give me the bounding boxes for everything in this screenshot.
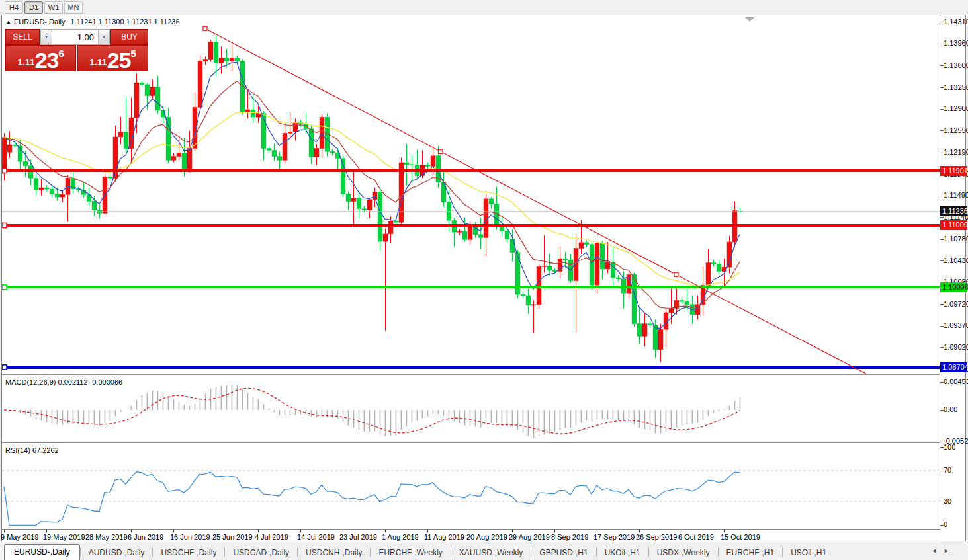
chart-tab-usdcad-daily[interactable]: USDCAD-,Daily (225, 545, 297, 560)
candle-body (537, 266, 541, 305)
candle-body (134, 83, 139, 118)
volume-increase-button[interactable]: ▲ (98, 30, 110, 44)
candle-body (531, 305, 536, 305)
hline-marker[interactable] (2, 223, 7, 227)
price-axis-label: 1.13960 (944, 39, 968, 47)
time-axis[interactable]: 9 May 201919 May 201928 May 20196 Jun 20… (2, 529, 940, 542)
chart-tab-usoil-h1[interactable]: USOil-,H1 (783, 545, 834, 560)
volume-decrease-button[interactable]: ▼ (40, 30, 52, 44)
candle-body (50, 189, 54, 194)
candle-body (658, 329, 663, 350)
chart-tab-eurchf-weekly[interactable]: EURCHF-,Weekly (371, 545, 450, 560)
hline-marker[interactable] (2, 365, 7, 370)
chart-ohlc-header: ▲EURUSD-,Daily1.11241 1.11300 1.11231 1.… (6, 18, 180, 26)
candle-body (39, 188, 44, 190)
trendline-marker[interactable] (439, 149, 443, 153)
time-axis-tick (343, 530, 343, 532)
candle-body (150, 87, 155, 96)
time-axis-label: 16 Jun 2019 (170, 533, 210, 541)
price-axis-label: 1.09370 (944, 321, 968, 329)
price-axis-label: 1.12190 (944, 148, 968, 156)
chart-shift-marker-icon[interactable] (745, 17, 754, 22)
candle-body (431, 156, 435, 167)
tf-button-w1[interactable]: W1 (44, 1, 63, 14)
tf-button-h4[interactable]: H4 (5, 1, 23, 14)
one-click-collapse-icon[interactable]: ▲ (6, 19, 11, 25)
chart-tab-eurusd-daily[interactable]: EURUSD-,Daily (4, 544, 80, 560)
candle-body (293, 122, 298, 132)
chart-tab-ukoil-h1[interactable]: UKOil-,H1 (597, 545, 648, 560)
candle-body (34, 178, 38, 190)
chart-tab-audusd-daily[interactable]: AUDUSD-,Daily (81, 545, 153, 560)
sell-button[interactable]: SELL (5, 29, 40, 45)
candle-body (177, 153, 181, 157)
rsi-line (4, 472, 740, 526)
ask-price-button[interactable]: 1.11255 (77, 45, 148, 71)
time-axis-tick (300, 530, 301, 532)
time-axis-label: 1 Aug 2019 (382, 533, 419, 541)
chart-tab-usdcnh-daily[interactable]: USDCNH-,Daily (298, 545, 370, 560)
bid-price-button[interactable]: 1.11236 (5, 45, 76, 71)
ask-price-prefix: 1.11 (89, 57, 107, 67)
candle-body (7, 145, 12, 152)
candle-body (320, 117, 324, 148)
candle-body (2, 138, 7, 169)
tab-scroll-arrows: ◄► (931, 547, 956, 554)
candle-body (60, 194, 65, 197)
candle-body (245, 110, 250, 112)
macd-pane[interactable] (2, 376, 940, 442)
time-axis-tick (173, 530, 174, 532)
tf-button-d1[interactable]: D1 (24, 1, 43, 14)
candle-body (584, 243, 589, 245)
timeframe-toolbar: H4D1W1MN (0, 0, 968, 15)
price-axis-label: 1.09720 (944, 300, 968, 308)
chart-tab-xauusd-weekly[interactable]: XAUUSD-,Weekly (451, 545, 531, 560)
descending-trendline[interactable] (205, 28, 867, 374)
time-axis-tick (385, 530, 386, 532)
candle-body (590, 245, 594, 285)
bid-price-prefix: 1.11 (17, 57, 34, 67)
candle-body (478, 235, 483, 238)
volume-input[interactable] (52, 30, 98, 44)
candle-body (404, 163, 409, 165)
candles-layer (2, 34, 742, 362)
time-axis-tick (89, 530, 89, 532)
candle-body (637, 324, 642, 337)
trendline-marker[interactable] (674, 272, 678, 276)
candle-body (462, 231, 467, 239)
candle-body (680, 300, 684, 301)
candle-body (595, 243, 599, 285)
tab-scroll-left-icon[interactable]: ◄ (931, 547, 944, 554)
chart-tab-usdx-weekly[interactable]: USDX-,Weekly (649, 545, 718, 560)
chart-tab-eurchf-h1[interactable]: EURCHF-,H1 (719, 545, 783, 560)
time-axis-tick (682, 530, 682, 532)
pane-splitter-macd[interactable] (2, 374, 940, 376)
candle-body (410, 165, 414, 165)
candle-body (330, 151, 335, 153)
hline-marker[interactable] (2, 285, 7, 290)
price-level-tag: 1.11901 (940, 166, 967, 176)
candle-body (648, 324, 652, 325)
chart-tab-gbpusd-h1[interactable]: GBPUSD-,H1 (531, 545, 595, 560)
mt4-workspace: { "toolbar": { "timeframes": ["H4","D1",… (0, 0, 968, 560)
pane-splitter-rsi[interactable] (2, 442, 940, 444)
candle-body (277, 157, 282, 161)
time-axis-tick (512, 530, 513, 532)
time-axis-label: 4 Jul 2019 (255, 533, 288, 541)
tf-button-mn[interactable]: MN (64, 1, 83, 14)
trendline-marker[interactable] (203, 26, 207, 30)
time-axis-label: 11 Aug 2019 (424, 533, 464, 541)
buy-button[interactable]: BUY (110, 29, 148, 45)
time-axis-label: 28 May 2019 (85, 533, 128, 541)
hline-marker[interactable] (2, 169, 7, 173)
candle-body (214, 42, 218, 63)
tab-scroll-right-icon[interactable]: ► (944, 547, 956, 554)
candle-body (309, 129, 314, 157)
price-axis-label: 1.09020 (944, 343, 968, 351)
rsi-pane[interactable] (2, 444, 940, 528)
candle-body (669, 308, 674, 313)
rsi-axis-label: 0 (944, 520, 947, 528)
candle-body (314, 149, 319, 157)
price-level-tag: 1.08704 (940, 362, 967, 372)
chart-tab-usdchf-daily[interactable]: USDCHF-,Daily (153, 545, 224, 560)
